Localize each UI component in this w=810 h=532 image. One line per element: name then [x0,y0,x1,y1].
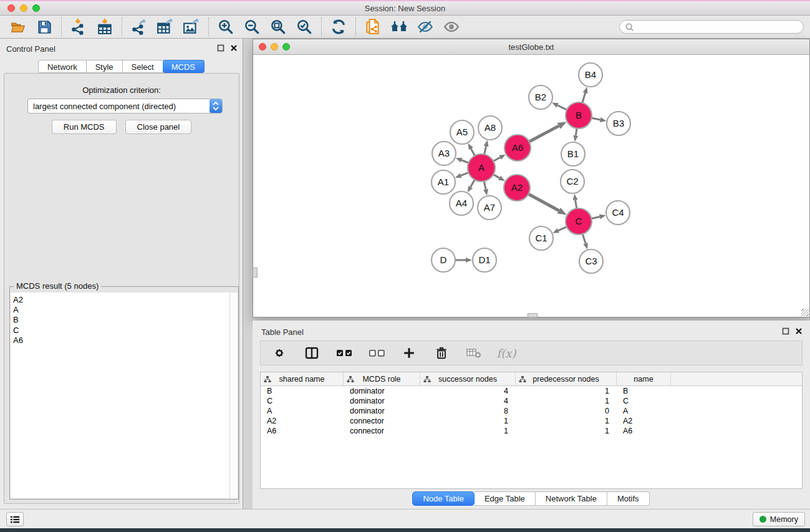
graph-node-A8[interactable]: A8 [478,116,502,140]
memory-button[interactable]: Memory [753,512,805,526]
table-cell[interactable]: B [617,386,671,396]
table-cell[interactable]: 1 [516,396,617,406]
hide-selected-icon[interactable] [416,17,435,36]
export-network-icon[interactable] [130,17,148,36]
table-cell[interactable]: A [261,406,344,416]
graph-node-C[interactable]: C [566,208,592,235]
graph-node-D[interactable]: D [432,248,455,272]
tab-motifs[interactable]: Motifs [607,491,650,506]
column-header-MCDS-role[interactable]: MCDS role [344,372,420,385]
canvas-bottom-grip[interactable] [528,313,538,317]
table-cell[interactable]: A2 [261,416,344,426]
table-cell[interactable]: A [617,406,671,416]
graph-node-A4[interactable]: A4 [450,191,473,215]
apply-layout-icon[interactable] [329,17,348,36]
tab-network-table[interactable]: Network Table [536,491,607,506]
graph-node-A[interactable]: A [468,154,495,181]
table-cell[interactable]: 0 [516,406,617,416]
table-cell[interactable]: 8 [420,406,516,416]
table-row[interactable]: Cdominator41C [261,396,802,406]
column-header-name[interactable]: name [617,372,671,385]
table-cell[interactable]: A2 [617,416,671,426]
zoom-out-icon[interactable] [243,17,261,36]
table-cell[interactable]: connector [344,426,420,436]
table-cell[interactable]: A6 [261,426,344,436]
table-cell[interactable]: B [261,386,344,396]
network-window-titlebar[interactable]: testGlobe.txt [253,39,809,55]
zoom-in-icon[interactable] [216,17,235,36]
result-list-item[interactable]: C [13,326,229,336]
graph-node-B3[interactable]: B3 [607,112,630,135]
export-table-icon[interactable] [156,17,175,36]
create-column-icon[interactable] [400,344,418,362]
table-cell[interactable]: 4 [420,396,516,406]
tab-select[interactable]: Select [123,60,163,73]
delete-table-icon[interactable] [465,344,483,362]
graph-node-A6[interactable]: A6 [504,135,531,161]
table-row[interactable]: A6connector11A6 [261,426,802,436]
export-image-icon[interactable] [182,17,201,36]
import-table-icon[interactable] [95,17,114,36]
float-panel-icon[interactable] [782,327,789,335]
table-cell[interactable]: C [617,396,671,406]
graph-node-C2[interactable]: C2 [561,170,584,193]
table-row[interactable]: A2connector11A2 [261,416,802,426]
tab-network[interactable]: Network [38,60,87,73]
table-cell[interactable]: 1 [516,386,617,396]
table-cell[interactable]: dominator [344,396,420,406]
graph-node-B[interactable]: B [566,102,592,128]
column-header-shared-name[interactable]: shared name [261,372,344,385]
column-header-predecessor-nodes[interactable]: predecessor nodes [516,372,617,385]
first-neighbors-icon[interactable] [390,17,408,36]
tab-mcds[interactable]: MCDS [163,60,205,73]
table-cell[interactable]: C [261,396,344,406]
table-cell[interactable]: connector [344,416,420,426]
table-options-icon[interactable] [271,344,288,362]
open-session-icon[interactable] [9,17,27,36]
canvas-left-grip[interactable] [253,268,258,278]
mcds-result-list[interactable]: A2ABCA6 [11,293,229,498]
run-mcds-button[interactable]: Run MCDS [52,120,117,134]
select-all-icon[interactable] [335,344,353,362]
column-header-successor-nodes[interactable]: successor nodes [420,372,516,385]
table-cell[interactable]: 1 [516,416,617,426]
result-list-item[interactable]: A6 [13,336,229,346]
result-list-scrollbar[interactable] [229,293,238,498]
deselect-all-icon[interactable] [368,344,385,362]
import-network-icon[interactable] [69,17,88,36]
criterion-dropdown[interactable]: largest connected component (directed) [27,99,223,114]
table-cell[interactable]: 1 [420,426,516,436]
save-session-icon[interactable] [35,17,54,36]
graph-node-B4[interactable]: B4 [579,63,602,87]
table-cell[interactable]: 4 [420,386,516,396]
graph-node-A5[interactable]: A5 [450,120,474,144]
tab-style[interactable]: Style [87,60,123,73]
float-panel-icon[interactable] [217,44,224,52]
table-cell[interactable]: 1 [420,416,516,426]
close-panel-button[interactable]: Close panel [125,120,192,134]
table-row[interactable]: Adominator80A [261,406,802,416]
graph-node-A7[interactable]: A7 [478,196,501,220]
graph-node-B1[interactable]: B1 [561,142,585,166]
table-cell[interactable]: dominator [344,406,420,416]
network-canvas[interactable]: AA1A2A3A4A5A6A7A8BB1B2B3B4CC1C2C3C4DD1 [253,55,809,317]
graph-node-D1[interactable]: D1 [473,248,496,272]
graph-node-A1[interactable]: A1 [432,170,455,194]
zoom-fit-icon[interactable] [269,17,287,36]
search-input[interactable] [635,22,791,31]
graph-node-C1[interactable]: C1 [529,226,553,250]
result-list-item[interactable]: A2 [13,295,229,305]
table-row[interactable]: Bdominator41B [261,386,802,396]
zoom-selected-icon[interactable] [295,17,314,36]
network-graph[interactable]: AA1A2A3A4A5A6A7A8BB1B2B3B4CC1C2C3C4DD1 [253,55,809,317]
graph-node-C3[interactable]: C3 [579,249,603,273]
graph-node-C4[interactable]: C4 [606,201,630,225]
tab-node-table[interactable]: Node Table [412,491,475,506]
new-network-from-selection-icon[interactable] [364,17,382,36]
close-panel-icon[interactable] [795,327,803,335]
window-resize-grip[interactable] [801,309,809,316]
show-panels-button[interactable] [6,512,24,526]
table-cell[interactable]: 1 [516,426,617,436]
tab-edge-table[interactable]: Edge Table [475,491,536,506]
table-cell[interactable]: dominator [344,386,420,396]
